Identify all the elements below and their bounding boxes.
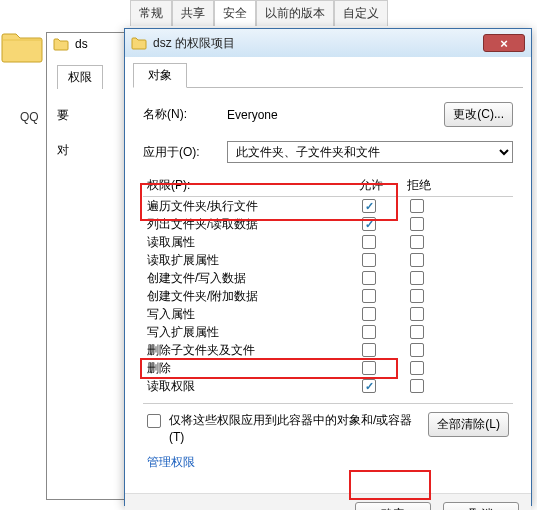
permission-row: 遍历文件夹/执行文件 xyxy=(143,197,513,215)
deny-checkbox[interactable] xyxy=(410,199,424,213)
permission-label: 创建文件/写入数据 xyxy=(147,270,345,287)
titlebar[interactable]: dsz 的权限项目 × xyxy=(125,29,531,57)
allow-checkbox[interactable] xyxy=(362,199,376,213)
deny-checkbox[interactable] xyxy=(410,361,424,375)
permission-label: 列出文件夹/读取数据 xyxy=(147,216,345,233)
allow-header: 允许 xyxy=(347,177,395,194)
folder-icon xyxy=(53,37,69,51)
allow-checkbox[interactable] xyxy=(362,253,376,267)
allow-checkbox[interactable] xyxy=(362,289,376,303)
permission-label: 遍历文件夹/执行文件 xyxy=(147,198,345,215)
allow-checkbox[interactable] xyxy=(362,361,376,375)
bg-tab[interactable]: 常规 xyxy=(130,0,172,26)
apply-only-label: 仅将这些权限应用到此容器中的对象和/或容器(T) xyxy=(169,412,420,446)
deny-checkbox[interactable] xyxy=(410,271,424,285)
ok-button[interactable]: 确定 xyxy=(355,502,431,510)
deny-checkbox[interactable] xyxy=(410,235,424,249)
allow-checkbox[interactable] xyxy=(362,307,376,321)
allow-checkbox[interactable] xyxy=(362,343,376,357)
permission-row: 删除子文件夹及文件 xyxy=(143,341,513,359)
deny-checkbox[interactable] xyxy=(410,379,424,393)
bg-tab[interactable]: 共享 xyxy=(172,0,214,26)
close-icon: × xyxy=(500,37,508,50)
allow-checkbox[interactable] xyxy=(362,325,376,339)
tab-object[interactable]: 对象 xyxy=(133,63,187,88)
permission-row: 写入属性 xyxy=(143,305,513,323)
permission-label: 删除 xyxy=(147,360,345,377)
permission-row: 列出文件夹/读取数据 xyxy=(143,215,513,233)
permission-row: 删除 xyxy=(143,359,513,377)
permission-row: 读取扩展属性 xyxy=(143,251,513,269)
permission-label: 创建文件夹/附加数据 xyxy=(147,288,345,305)
dialog-title: dsz 的权限项目 xyxy=(153,35,483,52)
permission-label: 删除子文件夹及文件 xyxy=(147,342,345,359)
folder-icon xyxy=(0,28,44,64)
deny-checkbox[interactable] xyxy=(410,343,424,357)
permission-row: 创建文件夹/附加数据 xyxy=(143,287,513,305)
tab-strip: 对象 xyxy=(133,63,523,88)
permission-row: 写入扩展属性 xyxy=(143,323,513,341)
close-button[interactable]: × xyxy=(483,34,525,52)
deny-checkbox[interactable] xyxy=(410,289,424,303)
qq-label: QQ xyxy=(20,110,42,124)
background-tabs: 常规共享安全以前的版本自定义 xyxy=(130,0,388,26)
apply-to-select[interactable]: 此文件夹、子文件夹和文件 xyxy=(227,141,513,163)
deny-checkbox[interactable] xyxy=(410,325,424,339)
deny-checkbox[interactable] xyxy=(410,217,424,231)
permissions-list: 遍历文件夹/执行文件列出文件夹/读取数据读取属性读取扩展属性创建文件/写入数据创… xyxy=(143,196,513,404)
bg-tab[interactable]: 安全 xyxy=(214,0,256,26)
allow-checkbox[interactable] xyxy=(362,271,376,285)
permission-label: 读取权限 xyxy=(147,378,345,395)
deny-checkbox[interactable] xyxy=(410,253,424,267)
permission-entry-dialog: dsz 的权限项目 × 对象 名称(N): Everyone 更改(C)... … xyxy=(124,28,532,506)
allow-checkbox[interactable] xyxy=(362,379,376,393)
permissions-label: 权限(P): xyxy=(147,177,347,194)
permission-row: 读取权限 xyxy=(143,377,513,395)
folder-icon xyxy=(131,36,147,50)
bg-tab[interactable]: 自定义 xyxy=(334,0,388,26)
allow-checkbox[interactable] xyxy=(362,235,376,249)
permission-label: 读取扩展属性 xyxy=(147,252,345,269)
manage-permissions-link[interactable]: 管理权限 xyxy=(143,446,199,479)
apply-to-label: 应用于(O): xyxy=(143,144,221,161)
permission-row: 读取属性 xyxy=(143,233,513,251)
deny-header: 拒绝 xyxy=(395,177,443,194)
change-button[interactable]: 更改(C)... xyxy=(444,102,513,127)
bg-window-title: ds xyxy=(75,37,88,51)
deny-checkbox[interactable] xyxy=(410,307,424,321)
permission-label: 写入属性 xyxy=(147,306,345,323)
name-label: 名称(N): xyxy=(143,106,221,123)
apply-only-checkbox[interactable] xyxy=(147,414,161,428)
cancel-button[interactable]: 取消 xyxy=(443,502,519,510)
bg-window-tab[interactable]: 权限 xyxy=(57,65,103,89)
clear-all-button[interactable]: 全部清除(L) xyxy=(428,412,509,437)
permission-row: 创建文件/写入数据 xyxy=(143,269,513,287)
bg-tab[interactable]: 以前的版本 xyxy=(256,0,334,26)
allow-checkbox[interactable] xyxy=(362,217,376,231)
permission-label: 读取属性 xyxy=(147,234,345,251)
permission-label: 写入扩展属性 xyxy=(147,324,345,341)
name-value: Everyone xyxy=(227,108,438,122)
